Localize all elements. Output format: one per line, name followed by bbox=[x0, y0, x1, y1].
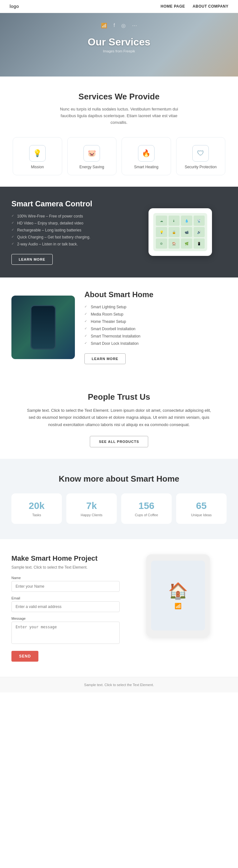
service-label-security: Security Protection bbox=[185, 165, 217, 169]
about-feature-2: Media Room Setup bbox=[84, 312, 227, 316]
name-input[interactable] bbox=[11, 581, 120, 592]
stat-tasks: 20k Tasks bbox=[11, 493, 62, 524]
trust-section: People Trust Us Sample text. Click to se… bbox=[0, 377, 238, 459]
footer: Sample text. Click to select the Text El… bbox=[0, 677, 238, 692]
stats-grid: 20k Tasks 7k Happy Clients 156 Cups of C… bbox=[11, 493, 227, 524]
form-group-name: Name bbox=[11, 576, 120, 592]
stats-heading: Know more about Smart Home bbox=[11, 474, 227, 484]
about-learn-more-button[interactable]: LEARN MORE bbox=[84, 353, 126, 364]
stat-clients-label: Happy Clients bbox=[80, 513, 102, 517]
security-icon: 🛡 bbox=[192, 145, 209, 162]
about-feature-4: Smart Doorbell Installation bbox=[84, 327, 227, 331]
camera-feature-4: Quick Charging – Get fast battery chargi… bbox=[11, 235, 125, 239]
form-group-message: Message bbox=[11, 617, 120, 645]
stat-clients: 7k Happy Clients bbox=[66, 493, 117, 524]
about-features: Smart Lighting Setup Media Room Setup Ho… bbox=[84, 305, 227, 346]
about-image bbox=[11, 296, 75, 359]
camera-right: ☁ 🌡 💧 📡 💡 🔒 📹 🔊 ⚙ 🏠 🌿 📱 bbox=[134, 208, 227, 256]
screen-cell: 📡 bbox=[194, 216, 205, 226]
stat-clients-value: 7k bbox=[86, 500, 97, 511]
form-group-email: Email bbox=[11, 596, 120, 612]
camera-device: ☁ 🌡 💧 📡 💡 🔒 📹 🔊 ⚙ 🏠 🌿 📱 bbox=[148, 208, 212, 256]
stat-ideas-label: Unique Ideas bbox=[191, 513, 212, 517]
screen-cell: 📹 bbox=[181, 227, 192, 237]
logo: logo bbox=[9, 4, 19, 9]
wifi-icon: 📶 bbox=[101, 23, 107, 29]
trust-heading: People Trust Us bbox=[13, 392, 225, 402]
tablet-wifi-icon: 📶 bbox=[174, 602, 181, 610]
camera-feature-3: Rechargeable – Long lasting batteries bbox=[11, 228, 125, 232]
tablet-screen: 🏠 📶 bbox=[151, 561, 205, 630]
camera-left: Smart Camera Control 100% Wire-Free – Fr… bbox=[11, 199, 125, 265]
camera-section: Smart Camera Control 100% Wire-Free – Fr… bbox=[0, 187, 238, 277]
project-left: Make Smart Home Project Sample text. Cli… bbox=[11, 554, 120, 662]
dots-icon: ⋯ bbox=[132, 23, 137, 29]
about-phone-screen bbox=[31, 306, 55, 349]
project-section: Make Smart Home Project Sample text. Cli… bbox=[0, 539, 238, 677]
about-feature-6: Smart Door Lock Installation bbox=[84, 341, 227, 346]
hero-content: Our Services Images from Freepik bbox=[88, 36, 150, 54]
nav-about[interactable]: ABOUT COMPANY bbox=[193, 4, 229, 8]
camera-feature-1: 100% Wire-Free – Free of power cords bbox=[11, 214, 125, 218]
email-input[interactable] bbox=[11, 601, 120, 612]
camera-learn-more-button[interactable]: LEARN MORE bbox=[11, 254, 53, 265]
circle-icon: ◎ bbox=[121, 23, 126, 29]
stat-ideas: 65 Unique Ideas bbox=[176, 493, 227, 524]
service-label-mission: Mission bbox=[31, 165, 44, 169]
send-button[interactable]: SEND bbox=[11, 651, 38, 662]
services-section: Services We Provide Nunc eu turpis id nu… bbox=[0, 76, 238, 187]
energy-icon: 🐷 bbox=[83, 145, 100, 162]
nav-home[interactable]: HOME PAGE bbox=[161, 4, 185, 8]
about-heading: About Smart Home bbox=[84, 290, 227, 299]
service-cards: 💡 Mission 🐷 Energy Saving 🔥 Smart Heatin… bbox=[13, 137, 225, 175]
service-card-heating: 🔥 Smart Heating bbox=[122, 137, 171, 175]
screen-cell: 🔊 bbox=[194, 227, 205, 237]
mission-icon: 💡 bbox=[29, 145, 46, 162]
facebook-icon: f bbox=[113, 23, 115, 29]
hero-section: 📶 f ◎ ⋯ Our Services Images from Freepik bbox=[0, 13, 238, 76]
stat-coffee: 156 Cups of Coffee bbox=[121, 493, 172, 524]
camera-feature-5: 2-way Audio – Listen in or talk back. bbox=[11, 242, 125, 246]
stat-ideas-value: 65 bbox=[196, 500, 207, 511]
about-feature-1: Smart Lighting Setup bbox=[84, 305, 227, 309]
camera-heading: Smart Camera Control bbox=[11, 199, 125, 208]
screen-cell: 🌿 bbox=[181, 239, 192, 249]
about-right: About Smart Home Smart Lighting Setup Me… bbox=[84, 290, 227, 364]
trust-body: Sample text. Click to select the Text El… bbox=[27, 407, 211, 428]
service-card-security: 🛡 Security Protection bbox=[176, 137, 226, 175]
project-subtitle: Sample text. Click to select the Text El… bbox=[11, 565, 120, 569]
screen-cell: ⚙ bbox=[156, 239, 167, 249]
hero-icons: 📶 f ◎ ⋯ bbox=[101, 23, 137, 29]
screen-cell: 🏠 bbox=[169, 239, 180, 249]
services-heading: Services We Provide bbox=[13, 92, 225, 102]
about-feature-5: Smart Thermostat Installation bbox=[84, 334, 227, 338]
nav-links: HOME PAGE ABOUT COMPANY bbox=[161, 4, 229, 8]
about-feature-3: Home Theater Setup bbox=[84, 319, 227, 324]
stat-coffee-label: Cups of Coffee bbox=[135, 513, 158, 517]
camera-features: 100% Wire-Free – Free of power cords HD … bbox=[11, 214, 125, 246]
email-label: Email bbox=[11, 596, 120, 600]
service-label-energy: Energy Saving bbox=[79, 165, 104, 169]
service-card-mission: 💡 Mission bbox=[13, 137, 62, 175]
message-input[interactable] bbox=[11, 622, 120, 644]
camera-feature-2: HD Video – Enjoy sharp, detailed video bbox=[11, 221, 125, 225]
navbar: logo HOME PAGE ABOUT COMPANY bbox=[0, 0, 238, 13]
footer-text: Sample text. Click to select the Text El… bbox=[11, 683, 227, 687]
heating-icon: 🔥 bbox=[138, 145, 155, 162]
hero-title: Our Services bbox=[88, 36, 150, 48]
stat-tasks-label: Tasks bbox=[32, 513, 41, 517]
stat-coffee-value: 156 bbox=[138, 500, 154, 511]
screen-cell: 🌡 bbox=[169, 216, 180, 226]
screen-cell: 💡 bbox=[156, 227, 167, 237]
about-phone bbox=[30, 305, 56, 349]
tablet-device: 🏠 📶 bbox=[146, 554, 210, 637]
message-label: Message bbox=[11, 617, 120, 620]
screen-cell: 📱 bbox=[194, 239, 205, 249]
house-icon: 🏠 bbox=[168, 582, 188, 600]
services-subtitle: Nunc eu turpis id nulla sodales luctus. … bbox=[53, 106, 185, 126]
screen-cell: 🔒 bbox=[169, 227, 180, 237]
hero-attribution: Images from Freepik bbox=[103, 49, 135, 53]
project-right: 🏠 📶 bbox=[129, 554, 227, 637]
see-all-products-button[interactable]: SEE ALL PRODUCTS bbox=[90, 436, 148, 447]
stats-section: Know more about Smart Home 20k Tasks 7k … bbox=[0, 459, 238, 539]
